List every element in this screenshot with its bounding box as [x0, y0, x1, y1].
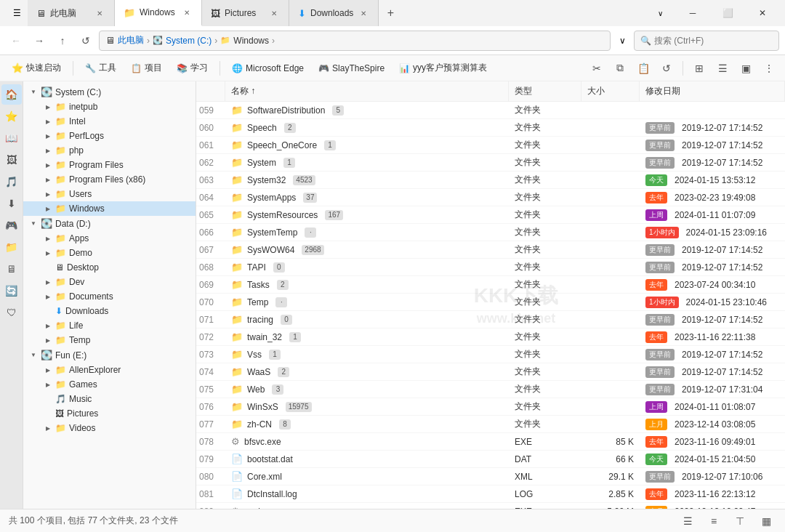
- sidebar-item-users[interactable]: ▶ 📁 Users: [23, 187, 196, 201]
- table-row[interactable]: 075 📁 Web 3 文件夹 更早前 2019-12-07 17:31:04: [196, 381, 785, 398]
- quickbar-folder[interactable]: 📁: [1, 237, 22, 257]
- table-row[interactable]: 082 ⚙ explorer.exe EXE 5.29 M 上月 2023-12…: [196, 503, 785, 509]
- quickbar-shield[interactable]: 🛡: [1, 302, 22, 323]
- quickbar-read[interactable]: 📖: [1, 128, 22, 148]
- toolbar-undo[interactable]: ↺: [656, 58, 677, 78]
- table-row[interactable]: 065 📁 SystemResources 167 文件夹 上周 2024-01…: [196, 206, 785, 224]
- toolbar-project[interactable]: 📋 项目: [125, 59, 168, 77]
- toolbar-copy[interactable]: ⧉: [610, 58, 630, 78]
- menu-icon[interactable]: ☰: [6, 2, 28, 24]
- table-row[interactable]: 061 📁 Speech_OneCore 1 文件夹 更早前 2019-12-0…: [196, 137, 785, 154]
- header-size[interactable]: 大小: [581, 81, 640, 101]
- sidebar-item-temp[interactable]: ▶ 📁 Temp: [23, 333, 196, 347]
- table-row[interactable]: 066 📁 SystemTemp · 文件夹 1小时内 2024-01-15 2…: [196, 224, 785, 241]
- quickbar-sync[interactable]: 🔄: [1, 281, 22, 301]
- tab-windows[interactable]: 📁 Windows ✕: [115, 0, 202, 26]
- sidebar-item-windows[interactable]: ▶ 📁 Windows: [23, 201, 196, 216]
- sidebar-item-documents[interactable]: ▶ 📁 Documents: [23, 289, 196, 304]
- quickbar-download[interactable]: ⬇: [1, 193, 22, 214]
- toolbar-spreadsheet[interactable]: 📊 yyy客户预算测算表: [393, 59, 493, 77]
- breadcrumb-windows[interactable]: Windows: [233, 36, 269, 46]
- minimize-button[interactable]: ─: [676, 1, 709, 25]
- table-row[interactable]: 077 📁 zh-CN 8 文件夹 上月 2023-12-14 03:08:05: [196, 416, 785, 433]
- search-input[interactable]: [654, 36, 773, 46]
- tab-pc-close[interactable]: ✕: [94, 7, 105, 19]
- table-row[interactable]: 080 📄 Core.xml XML 29.1 K 更早前 2019-12-07…: [196, 468, 785, 485]
- table-row[interactable]: 078 ⚙ bfsvc.exe EXE 85 K 去年 2023-11-16 0…: [196, 433, 785, 451]
- toolbar-quicklaunch[interactable]: ⭐ 快速启动: [6, 59, 67, 77]
- breadcrumb-dropdown[interactable]: ∨: [613, 32, 631, 49]
- table-row[interactable]: 072 📁 twain_32 1 文件夹 去年 2023-11-16 22:11…: [196, 329, 785, 346]
- table-row[interactable]: 071 📁 tracing 0 文件夹 更早前 2019-12-07 17:14…: [196, 311, 785, 329]
- toolbar-view2[interactable]: ☰: [712, 58, 733, 78]
- sidebar-item-desktop[interactable]: 🖥 Desktop: [23, 260, 196, 275]
- table-row[interactable]: 064 📁 SystemApps 37 文件夹 去年 2023-02-23 19…: [196, 189, 785, 206]
- sidebar-item-php[interactable]: ▶ 📁 php: [23, 143, 196, 158]
- toolbar-view3[interactable]: ▣: [736, 58, 756, 78]
- sidebar-item-perflogs[interactable]: ▶ 📁 PerfLogs: [23, 129, 196, 143]
- sidebar-item-intel[interactable]: ▶ 📁 Intel: [23, 114, 196, 129]
- up-button[interactable]: ↑: [52, 31, 73, 51]
- header-type[interactable]: 类型: [509, 81, 581, 101]
- table-row[interactable]: 069 📁 Tasks 2 文件夹 去年 2023-07-24 00:34:10: [196, 276, 785, 294]
- quickbar-pc[interactable]: 🖥: [1, 259, 22, 279]
- sidebar-item-inetpub[interactable]: ▶ 📁 inetpub: [23, 100, 196, 114]
- sidebar-item-dev[interactable]: ▶ 📁 Dev: [23, 275, 196, 289]
- close-button[interactable]: ✕: [746, 1, 779, 25]
- back-button[interactable]: ←: [6, 31, 26, 51]
- statusbar-filter[interactable]: ⊤: [730, 511, 750, 531]
- sidebar-item-demo[interactable]: ▶ 📁 Demo: [23, 246, 196, 260]
- sidebar-item-pictures[interactable]: 🖼 Pictures: [23, 406, 196, 421]
- refresh-button[interactable]: ↺: [76, 31, 96, 51]
- toolbar-view1[interactable]: ⊞: [689, 58, 709, 78]
- table-row[interactable]: 067 📁 SysWOW64 2968 文件夹 更早前 2019-12-07 1…: [196, 241, 785, 259]
- quickbar-games[interactable]: 🎮: [1, 215, 22, 235]
- quickbar-music[interactable]: 🎵: [1, 172, 22, 192]
- quickbar-home[interactable]: 🏠: [1, 84, 22, 105]
- statusbar-listview[interactable]: ☰: [677, 511, 698, 531]
- restore-button[interactable]: ⬜: [711, 1, 744, 25]
- tabs-chevron[interactable]: ∨: [650, 3, 670, 23]
- tab-windows-close[interactable]: ✕: [181, 7, 193, 18]
- breadcrumb[interactable]: 🖥 此电脑 › 💽 System (C:) › 📁 Windows ›: [99, 31, 611, 51]
- sidebar-item-apps[interactable]: ▶ 📁 Apps: [23, 231, 196, 246]
- table-row[interactable]: 079 📄 bootstat.dat DAT 66 K 今天 2024-01-1…: [196, 451, 785, 468]
- statusbar-gridview[interactable]: ≡: [704, 511, 724, 531]
- table-row[interactable]: 076 📁 WinSxS 15975 文件夹 上周 2024-01-11 01:…: [196, 398, 785, 416]
- toolbar-tools[interactable]: 🔧 工具: [79, 59, 122, 77]
- sidebar-item-games[interactable]: ▶ 📁 Games: [23, 377, 196, 392]
- tab-downloads[interactable]: ⬇ Downloads ✕: [289, 0, 379, 26]
- statusbar-settings[interactable]: ▦: [756, 511, 776, 531]
- breadcrumb-pc[interactable]: 此电脑: [118, 34, 144, 47]
- tab-downloads-close[interactable]: ✕: [358, 7, 369, 19]
- table-row[interactable]: 060 📁 Speech 2 文件夹 更早前 2019-12-07 17:14:…: [196, 119, 785, 137]
- sidebar-item-fune[interactable]: ▼ 💽 Fun (E:): [23, 347, 196, 363]
- sidebar-item-music[interactable]: 🎵 Music: [23, 392, 196, 406]
- header-date[interactable]: 修改日期: [640, 81, 785, 101]
- toolbar-more[interactable]: ⋮: [759, 58, 779, 78]
- sidebar-item-life[interactable]: ▶ 📁 Life: [23, 318, 196, 333]
- toolbar-paste[interactable]: 📋: [633, 58, 653, 78]
- sidebar-item-downloads[interactable]: ⬇ Downloads: [23, 304, 196, 318]
- sidebar-item-videos[interactable]: ▶ 📁 Videos: [23, 421, 196, 435]
- table-row[interactable]: 068 📁 TAPI 0 文件夹 更早前 2019-12-07 17:14:52: [196, 259, 785, 276]
- toolbar-study[interactable]: 📚 学习: [171, 59, 214, 77]
- sidebar-item-allenexplorer[interactable]: ▶ 📁 AllenExplorer: [23, 363, 196, 377]
- table-row[interactable]: 062 📁 System 1 文件夹 更早前 2019-12-07 17:14:…: [196, 154, 785, 172]
- sidebar-item-programfiles[interactable]: ▶ 📁 Program Files: [23, 158, 196, 172]
- toolbar-edge[interactable]: 🌐 Microsoft Edge: [226, 60, 310, 76]
- tab-pictures-close[interactable]: ✕: [268, 7, 280, 19]
- quickbar-star[interactable]: ⭐: [1, 106, 22, 126]
- toolbar-slaythespire[interactable]: 🎮 SlayTheSpire: [313, 60, 390, 76]
- table-row[interactable]: 074 📁 WaaS 2 文件夹 更早前 2019-12-07 17:14:52: [196, 363, 785, 381]
- header-name[interactable]: 名称 ↑: [225, 81, 509, 101]
- table-row[interactable]: 063 📁 System32 4523 文件夹 今天 2024-01-15 13…: [196, 172, 785, 189]
- toolbar-cut[interactable]: ✂: [587, 58, 607, 78]
- breadcrumb-drive[interactable]: System (C:): [166, 36, 212, 46]
- header-num[interactable]: [196, 81, 225, 101]
- table-row[interactable]: 059 📁 SoftwareDistribution 5 文件夹: [196, 102, 785, 119]
- quickbar-pictures[interactable]: 🖼: [1, 150, 22, 170]
- tab-pc[interactable]: 🖥 此电脑 ✕: [28, 0, 115, 26]
- forward-button[interactable]: →: [29, 31, 49, 51]
- table-row[interactable]: 081 📄 DtcInstall.log LOG 2.85 K 去年 2023-…: [196, 485, 785, 503]
